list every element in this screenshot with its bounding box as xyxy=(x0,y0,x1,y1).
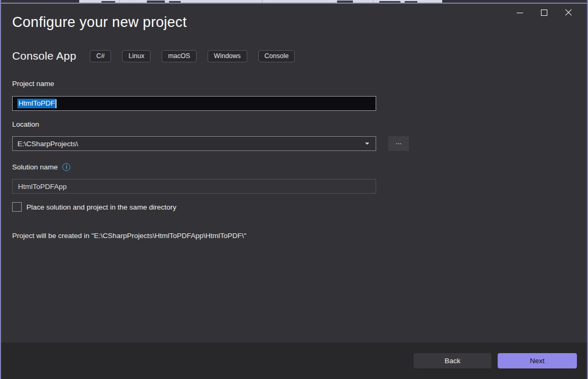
tag-csharp: C# xyxy=(90,50,111,62)
project-name-input[interactable]: HtmlToPDF xyxy=(12,96,376,111)
browse-label: ... xyxy=(396,139,402,145)
minimize-icon xyxy=(517,13,523,13)
page-title: Configure your new project xyxy=(12,14,186,31)
project-created-path-text: Project will be created in "E:\CSharpPro… xyxy=(12,232,246,240)
tag-windows: Windows xyxy=(208,50,247,62)
maximize-button[interactable] xyxy=(532,4,556,21)
back-button[interactable]: Back xyxy=(414,353,491,368)
window-border-left xyxy=(0,0,1,379)
close-button[interactable] xyxy=(556,4,581,21)
location-label: Location xyxy=(12,120,39,128)
project-name-label: Project name xyxy=(12,80,54,88)
next-button-label: Next xyxy=(530,357,545,365)
tag-console: Console xyxy=(258,50,295,62)
window-border-top xyxy=(0,3,588,4)
next-button[interactable]: Next xyxy=(498,353,577,368)
same-directory-row: Place solution and project in the same d… xyxy=(12,202,176,212)
solution-name-label-row: Solution name i xyxy=(12,163,70,171)
close-icon xyxy=(565,9,572,16)
solution-name-label: Solution name xyxy=(12,163,58,171)
same-directory-label: Place solution and project in the same d… xyxy=(26,203,176,211)
info-icon[interactable]: i xyxy=(62,163,70,171)
configure-project-dialog: Configure your new project Console App C… xyxy=(0,0,588,379)
chevron-down-icon xyxy=(365,143,369,145)
template-header: Console App C# Linux macOS Windows Conso… xyxy=(12,50,295,62)
same-directory-checkbox[interactable] xyxy=(12,202,22,212)
template-tag-list: C# Linux macOS Windows Console xyxy=(90,50,295,62)
template-name: Console App xyxy=(12,50,76,62)
text-caret xyxy=(55,99,57,108)
minimize-button[interactable] xyxy=(508,4,532,21)
footer-bar: Back Next xyxy=(0,343,588,379)
window-controls xyxy=(508,4,581,21)
location-value: E:\CSharpProjects\ xyxy=(17,140,78,148)
solution-name-input[interactable] xyxy=(12,179,376,194)
tag-linux: Linux xyxy=(122,50,151,62)
location-combobox[interactable]: E:\CSharpProjects\ xyxy=(12,136,376,151)
back-button-label: Back xyxy=(444,357,460,365)
maximize-icon xyxy=(541,10,547,16)
project-name-selected-text: HtmlToPDF xyxy=(17,99,55,108)
tag-macos: macOS xyxy=(162,50,197,62)
browse-location-button[interactable]: ... xyxy=(388,136,409,151)
